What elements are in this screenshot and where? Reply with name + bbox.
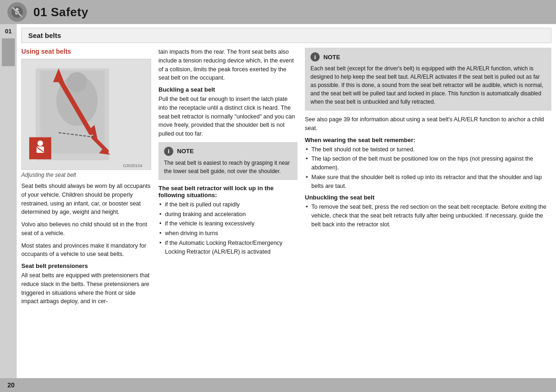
page-header: 01 Safety xyxy=(0,0,556,24)
note-box-right: i NOTE Each seat belt (except for the dr… xyxy=(305,48,551,111)
para1: Seat belts should always be worn by all … xyxy=(21,182,151,217)
retractor-bullet-3: if the vehicle is leaning excessively xyxy=(158,219,297,228)
para3: Most states and provinces make it mandat… xyxy=(21,242,151,259)
svg-point-17 xyxy=(38,141,43,146)
retractor-title: The seat belt retractor will lock up in … xyxy=(158,185,297,199)
note-text-right: Each seat belt (except for the driver's … xyxy=(310,64,546,106)
retractor-bullet-1: if the belt is pulled out rapidly xyxy=(158,200,297,209)
retractor-bullet-4: when driving in turns xyxy=(158,229,297,238)
retractor-bullet-5: if the Automatic Locking Retractor/Emerg… xyxy=(158,239,297,256)
note-label-mid: NOTE xyxy=(177,148,194,155)
note-text-mid: The seat belt is easiest to reach by gra… xyxy=(164,159,292,175)
section-title: Seat belts xyxy=(28,31,61,39)
using-seatbelts-title: Using seat belts xyxy=(21,48,151,55)
image-caption: Adjusting the seat belt xyxy=(21,172,151,178)
safety-icon xyxy=(7,2,27,22)
wearing-bullet-2: The lap section of the belt must be posi… xyxy=(305,155,551,172)
unbuckling-list: To remove the seat belt, press the red s… xyxy=(305,203,551,229)
note-header-mid: i NOTE xyxy=(164,147,292,156)
section-header: Seat belts xyxy=(21,28,551,43)
svg-point-9 xyxy=(67,72,87,93)
when-wearing-title: When wearing the seat belt remember: xyxy=(305,137,551,143)
pretensioners-text: All seat belts are equipped with pretens… xyxy=(21,271,151,306)
page-footer: 20 xyxy=(0,378,556,392)
continued-text: tain impacts from the rear. The front se… xyxy=(158,48,297,82)
chapter-number: 01 xyxy=(5,28,12,35)
left-column: Using seat belts xyxy=(21,48,151,376)
note-header-right: i NOTE xyxy=(310,52,546,62)
unbuckling-title: Unbuckling the seat belt xyxy=(305,194,551,201)
wearing-bullet-3: Make sure that the shoulder belt is roll… xyxy=(305,173,551,191)
pretensioners-title: Seat belt pretensioners xyxy=(21,262,151,269)
note-label-right: NOTE xyxy=(323,54,340,61)
middle-column: tain impacts from the rear. The front se… xyxy=(158,48,297,376)
main-content: Seat belts Using seat belts xyxy=(17,24,556,378)
para2: Volvo also believes no child should sit … xyxy=(21,220,151,238)
wearing-bullet-1: The belt should not be twisted or turned… xyxy=(305,145,551,154)
chapter-title: 01 Safety xyxy=(33,5,88,19)
seatbelt-diagram: G3020104 xyxy=(21,59,151,170)
page-layout: 01 Seat belts Using seat belts xyxy=(0,24,556,378)
svg-text:G3020104: G3020104 xyxy=(123,163,142,168)
when-wearing-list: The belt should not be twisted or turned… xyxy=(305,145,551,191)
page-number: 20 xyxy=(7,381,15,389)
buckling-title: Buckling a seat belt xyxy=(158,86,297,93)
content-area: Using seat belts xyxy=(17,43,556,378)
info-icon-right: i xyxy=(310,52,320,62)
retractor-list: if the belt is pulled out rapidly during… xyxy=(158,200,297,256)
retractor-bullet-2: during braking and acceleration xyxy=(158,210,297,219)
right-column: i NOTE Each seat belt (except for the dr… xyxy=(305,48,551,376)
svg-point-2 xyxy=(16,8,19,11)
chapter-sidebar: 01 xyxy=(0,24,17,378)
alr-text: See also page 39 for information about u… xyxy=(305,115,551,133)
sidebar-accent-bar xyxy=(2,38,15,66)
buckling-text: Pull the belt out far enough to insert t… xyxy=(158,95,297,138)
note-box-mid: i NOTE The seat belt is easiest to reach… xyxy=(158,142,297,180)
info-icon-mid: i xyxy=(164,147,173,156)
unbuckling-bullet-1: To remove the seat belt, press the red s… xyxy=(305,203,551,229)
